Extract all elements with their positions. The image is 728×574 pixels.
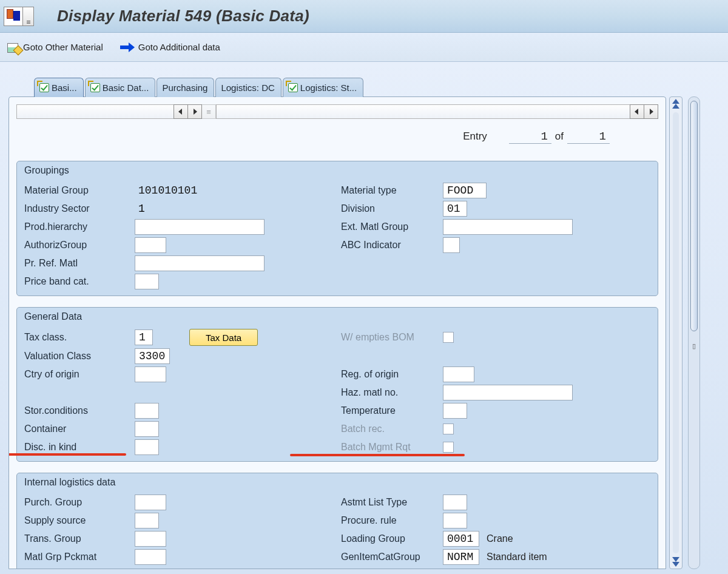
reg-of-origin-field[interactable] <box>443 366 474 382</box>
pr-ref-matl-field[interactable] <box>135 255 265 271</box>
authoriz-group-label: AuthorizGroup <box>24 240 135 251</box>
tax-data-button[interactable]: Tax Data <box>189 329 258 346</box>
material-group-label: Material Group <box>24 185 135 196</box>
entry-of-label: of <box>555 130 564 143</box>
entry-counter: Entry 1 of 1 <box>16 130 658 144</box>
goto-additional-data-button[interactable]: Goto Additional data <box>120 42 220 52</box>
tab-label: Basi... <box>52 83 77 93</box>
main-panel: ≡ Entry 1 of 1 Groupings Material Group … <box>8 96 666 569</box>
procure-rule-label: Procure. rule <box>341 515 443 526</box>
toolbar-menu-button[interactable]: ≡ <box>201 104 216 119</box>
abc-indicator-field[interactable] <box>443 237 460 253</box>
disc-in-kind-field[interactable] <box>135 439 159 455</box>
stor-conditions-field[interactable] <box>135 403 159 419</box>
toolbar-strip-right <box>216 104 630 119</box>
batch-mgmt-rqt-label: Batch Mgmt Rqt <box>341 442 443 453</box>
prev-button[interactable] <box>174 104 188 119</box>
material-type-label: Material type <box>341 185 443 196</box>
price-band-cat-label: Price band cat. <box>24 276 135 287</box>
container-field[interactable] <box>135 421 159 437</box>
loading-group-label: Loading Group <box>341 533 443 544</box>
loading-group-text: Crane <box>483 533 513 544</box>
container-label: Container <box>24 424 135 434</box>
tab-label: Basic Dat... <box>103 83 149 93</box>
scrollbar-thumb[interactable] <box>690 101 698 331</box>
matl-grp-pckmat-field[interactable] <box>135 549 166 565</box>
industry-sector-label: Industry Sector <box>24 203 135 214</box>
ctry-of-origin-field[interactable] <box>135 366 166 382</box>
price-band-cat-field[interactable] <box>135 274 159 289</box>
internal-logistics-box: Internal logistics data Purch. Group Ast… <box>16 473 658 569</box>
app-menu-dropdown[interactable] <box>23 7 34 26</box>
general-data-title: General Data <box>17 308 658 326</box>
scroll-first-icon[interactable] <box>672 99 679 104</box>
temperature-label: Temperature <box>341 405 443 416</box>
scroll-track[interactable] <box>673 112 679 553</box>
tab-label: Logistics: St... <box>300 83 357 93</box>
batch-rec-label: Batch rec. <box>341 424 443 434</box>
entry-current: 1 <box>509 130 551 144</box>
app-icon <box>4 7 23 26</box>
w-empties-bom-checkbox[interactable] <box>443 332 454 343</box>
toolbar: Goto Other Material Goto Additional data <box>0 33 728 62</box>
disc-in-kind-label: Disc. in kind <box>24 442 135 453</box>
tab-strip: Basi... Basic Dat... Purchasing Logistic… <box>0 62 728 97</box>
svg-marker-1 <box>194 109 197 115</box>
ext-matl-group-label: Ext. Matl Group <box>341 221 443 232</box>
astmt-list-type-label: Astmt List Type <box>341 497 443 508</box>
division-label: Division <box>341 203 443 214</box>
purch-group-field[interactable] <box>135 495 166 510</box>
division-field[interactable]: 01 <box>443 201 467 217</box>
procure-rule-field[interactable] <box>443 513 467 528</box>
tab-basic-1[interactable]: Basi... <box>34 78 84 97</box>
batch-mgmt-rqt-checkbox[interactable] <box>443 442 454 453</box>
svg-marker-3 <box>650 109 653 115</box>
valuation-class-field[interactable]: 3300 <box>135 348 170 364</box>
scrollbar-grip-icon: ▯ <box>692 342 696 350</box>
internal-logistics-title: Internal logistics data <box>17 473 658 492</box>
temperature-field[interactable] <box>443 403 467 419</box>
prod-hierarchy-field[interactable] <box>135 219 265 235</box>
main-canvas: Basi... Basic Dat... Purchasing Logistic… <box>0 62 728 574</box>
annotation-underline-2 <box>290 454 465 456</box>
loading-group-field[interactable]: 0001 <box>443 531 479 547</box>
scroll-up-icon[interactable] <box>672 104 679 109</box>
supply-source-field[interactable] <box>135 513 159 528</box>
batch-rec-checkbox[interactable] <box>443 424 454 434</box>
goto-other-material-button[interactable]: Goto Other Material <box>7 42 103 53</box>
tab-basic-data[interactable]: Basic Dat... <box>85 78 156 97</box>
tax-class-field[interactable]: 1 <box>135 329 153 345</box>
gen-item-cat-group-field[interactable]: NORM <box>443 549 479 565</box>
gen-item-cat-group-label: GenItemCatGroup <box>341 552 443 562</box>
next-button-2[interactable] <box>644 104 658 119</box>
scroll-down-icon[interactable] <box>672 557 679 562</box>
trans-group-label: Trans. Group <box>24 533 135 544</box>
next-button[interactable] <box>187 104 202 119</box>
w-empties-bom-label: W/ empties BOM <box>341 332 443 343</box>
tab-logistics-dc[interactable]: Logistics: DC <box>215 78 281 97</box>
astmt-list-type-field[interactable] <box>443 495 467 510</box>
abc-indicator-label: ABC Indicator <box>341 240 443 251</box>
industry-sector-field[interactable]: 1 <box>135 203 323 215</box>
material-switch-icon <box>7 42 19 53</box>
haz-matl-no-label: Haz. matl no. <box>341 387 443 398</box>
tab-purchasing[interactable]: Purchasing <box>157 78 214 97</box>
vertical-scrollbar[interactable]: ▯ <box>688 96 700 569</box>
reg-of-origin-label: Reg. of origin <box>341 369 443 380</box>
entry-total: 1 <box>567 130 610 144</box>
authoriz-group-field[interactable] <box>135 237 166 253</box>
check-icon <box>39 83 49 92</box>
annotation-underline-1 <box>8 453 126 456</box>
check-icon <box>288 83 298 92</box>
vertical-scroll-panel[interactable] <box>669 96 682 569</box>
ext-matl-group-field[interactable] <box>443 219 573 235</box>
tab-logistics-st[interactable]: Logistics: St... <box>283 78 363 97</box>
prev-button-2[interactable] <box>630 104 644 119</box>
material-type-field[interactable]: FOOD <box>443 183 487 198</box>
trans-group-field[interactable] <box>135 531 166 547</box>
goto-other-material-label: Goto Other Material <box>23 42 103 52</box>
scroll-last-icon[interactable] <box>672 562 679 567</box>
haz-matl-no-field[interactable] <box>443 385 573 400</box>
ctry-of-origin-label: Ctry of origin <box>24 369 135 380</box>
material-group-field[interactable]: 101010101 <box>135 183 265 198</box>
